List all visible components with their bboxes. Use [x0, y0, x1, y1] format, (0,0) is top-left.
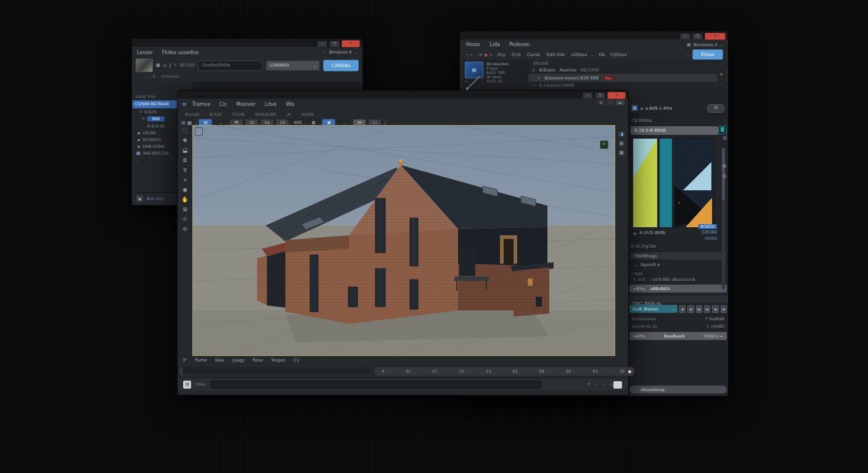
- falloff-curve[interactable]: [464, 75, 482, 91]
- back-icon[interactable]: ◀: [640, 106, 643, 110]
- channel-toggle[interactable]: ▦: [696, 305, 702, 313]
- pin-icon[interactable]: ◉: [719, 71, 723, 76]
- maximize-button[interactable]: ❒: [329, 41, 340, 47]
- tab[interactable]: B/228: [210, 112, 221, 117]
- tool-lines-icon[interactable]: ≡: [489, 52, 492, 57]
- render-button[interactable]: Elisso: [692, 49, 723, 60]
- chevron-down-icon[interactable]: ⌄: [723, 259, 726, 264]
- mode-menu-item[interactable]: Pume: [195, 358, 207, 363]
- tab[interactable]: j#: [287, 112, 291, 117]
- mode-menu-item[interactable]: C1: [293, 358, 299, 363]
- add-tool[interactable]: ⊞: [180, 205, 190, 214]
- settings-icon[interactable]: ᛉ: [174, 63, 176, 68]
- menu-item[interactable]: Hosor: [466, 42, 480, 47]
- chevron-down-icon[interactable]: ⌄: [720, 42, 723, 47]
- preview-thumbnail[interactable]: [136, 59, 153, 72]
- toolbar-item[interactable]: Zvy: [497, 52, 506, 57]
- view-mode-label[interactable]: Bhodves 8: [329, 50, 352, 55]
- menu-item[interactable]: Fkdes ussedne: [162, 50, 199, 55]
- mode-menu-item[interactable]: Dew: [215, 358, 224, 363]
- mode-menu-item[interactable]: Tasges: [271, 358, 285, 363]
- overlay-icon[interactable]: ▦: [187, 120, 192, 126]
- close-button[interactable]: ✕: [607, 92, 626, 99]
- channel-toggle[interactable]: ▦: [721, 305, 727, 313]
- tool-dot-icon[interactable]: ∙: [470, 52, 473, 57]
- tab[interactable]: B4/9/02B6: [255, 112, 276, 117]
- active-mini-icon[interactable]: ▬: [616, 100, 624, 105]
- minimize-button[interactable]: ─: [583, 92, 593, 99]
- menu-item[interactable]: Cic: [219, 102, 227, 107]
- texture-preview[interactable]: [631, 138, 714, 228]
- tool-dots-icon[interactable]: ⁖: [475, 52, 477, 57]
- annotate-tool[interactable]: ↯: [180, 166, 190, 174]
- rotate-tool[interactable]: ⟲: [180, 225, 190, 233]
- chevron-down-icon[interactable]: ⌄: [620, 159, 623, 164]
- maximize-button[interactable]: ❒: [692, 33, 703, 40]
- move-tool[interactable]: ✥: [180, 136, 190, 145]
- channel-toggle[interactable]: ▦: [679, 305, 686, 313]
- corner-resize-button[interactable]: [613, 381, 622, 389]
- toolbar-item[interactable]: CQQsss: [610, 52, 627, 57]
- chevron-down-icon[interactable]: ⌄: [354, 50, 358, 55]
- tab[interactable]: TOOIB: [232, 112, 245, 117]
- cursor-tool[interactable]: ⌖: [180, 176, 190, 184]
- grid-mini-icon[interactable]: ▤: [597, 100, 605, 105]
- outliner-row[interactable]: • 6 Cssbsss29B99: [528, 82, 717, 89]
- radio-dot-icon[interactable]: ◉: [633, 231, 636, 235]
- nodes-icon[interactable]: ▥: [722, 174, 726, 179]
- grid-panel-icon[interactable]: ▦: [618, 150, 626, 156]
- dash-mini-icon[interactable]: ─: [607, 100, 614, 105]
- tab[interactable]: Bovudt: [185, 112, 199, 117]
- menu-item[interactable]: Wis: [286, 102, 295, 107]
- tab[interactable]: A9/B9: [301, 112, 313, 117]
- chevron-down-icon[interactable]: ⌄: [620, 111, 623, 116]
- mode-menu-item[interactable]: Rose: [253, 358, 263, 363]
- viewport-canvas[interactable]: ⛶ ✕: [192, 125, 615, 356]
- channel-toggle[interactable]: ▦: [704, 305, 710, 313]
- open-button[interactable]: CAN68o: [323, 60, 359, 71]
- view-list-icon[interactable]: ▦: [156, 63, 160, 68]
- select-tool[interactable]: ⬚: [180, 126, 190, 135]
- close-button[interactable]: ✕: [342, 40, 360, 47]
- outliner-row[interactable]: Ɔ 6(6)ass Asarces B6/2999: [528, 67, 717, 74]
- shield-icon[interactable]: ⛨: [723, 135, 727, 142]
- blend-mode-dropdown[interactable]: 2ssB /Bsssss ⌄: [629, 305, 678, 313]
- file-type-dropdown[interactable]: U3BIIBI69 ⌄: [266, 60, 320, 71]
- keying-icon[interactable]: K: [588, 382, 591, 387]
- tool-dot-icon[interactable]: •: [466, 52, 469, 57]
- outliner-row-selected[interactable]: ≋ Bsssssss-esssss B2B 699 0ss: [528, 74, 717, 82]
- record-dot-icon[interactable]: ●: [628, 369, 631, 373]
- sort-icon[interactable]: ⊔: [163, 63, 166, 68]
- value-slider[interactable]: [210, 381, 541, 389]
- minimize-button[interactable]: ─: [317, 41, 327, 47]
- transform-tool[interactable]: ⟐: [180, 215, 190, 224]
- menu-item[interactable]: Tramve: [192, 102, 210, 107]
- minimize-button[interactable]: ─: [680, 33, 690, 40]
- chevron-down-icon[interactable]: ⌄: [719, 61, 723, 66]
- texture-name-input[interactable]: B 2B 0 B B95B: [631, 126, 718, 135]
- timeline-bar[interactable]: 4 61 67 20 23 63 69 00 43 36 ●: [374, 366, 635, 376]
- sidebar-toggle-icon[interactable]: ◨: [618, 131, 626, 138]
- editor-type-icon[interactable]: 3°: [182, 358, 187, 363]
- value-input[interactable]: =B/9s BsssBsss9 TBBB1s =: [629, 332, 727, 340]
- viewport-titlebar[interactable]: [178, 91, 628, 99]
- camera-tool[interactable]: ◉: [180, 185, 190, 194]
- menu-item[interactable]: Lida: [489, 42, 500, 47]
- snap-icon[interactable]: ⊞: [181, 120, 186, 126]
- toolbar-item[interactable]: Cryt: [512, 52, 521, 57]
- filter-icon[interactable]: Ј: [170, 63, 171, 68]
- chevron-down-icon[interactable]: ⌄: [591, 52, 594, 57]
- app-icon[interactable]: ⧉: [182, 102, 186, 108]
- expand-row[interactable]: ▸ Bgsss9 e: [636, 262, 660, 267]
- panel-icon[interactable]: ▤: [618, 140, 626, 147]
- refresh-icon[interactable]: ◙: [718, 126, 727, 134]
- mapping-dropdown[interactable]: TBBBBssgs ⌄: [629, 251, 727, 261]
- mode-menu-item[interactable]: Juagp: [232, 358, 245, 363]
- measure-tool[interactable]: ≣: [180, 156, 190, 164]
- navigation-gizmo-icon[interactable]: ✕: [600, 140, 608, 149]
- maximize-button[interactable]: ❒: [595, 92, 605, 99]
- layers-icon[interactable]: ▤: [722, 164, 726, 169]
- tool-list-icon[interactable]: ≣: [479, 52, 482, 57]
- breadcrumb[interactable]: ⌄ 0 ⌄ ochsyses: [148, 74, 179, 79]
- chevron-down-icon[interactable]: ⌄: [594, 382, 597, 387]
